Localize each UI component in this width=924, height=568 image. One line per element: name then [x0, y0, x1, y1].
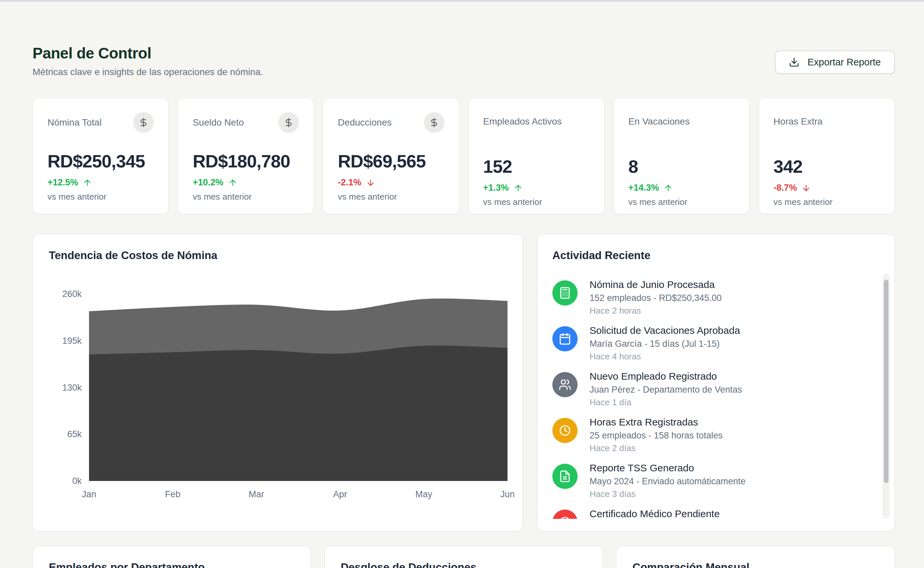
activity-item-time: Hace 4 horas	[590, 351, 740, 362]
activity-text: Reporte TSS Generado Mayo 2024 - Enviado…	[590, 462, 746, 499]
clock-icon	[553, 418, 578, 443]
activity-scrollbar-thumb[interactable]	[884, 280, 888, 483]
y-axis-tick: 65k	[67, 429, 82, 439]
x-axis-tick: Apr	[333, 489, 347, 499]
kpi-card: Horas Extra 342 -8.7% vs mes anterior	[759, 98, 895, 214]
activity-item-detail: María García - 15 días (Jul 1-15)	[590, 338, 740, 349]
y-axis-tick: 195k	[62, 336, 82, 346]
bottom-card: Desglose de Deducciones	[325, 546, 603, 568]
arrow-down-icon	[366, 178, 375, 187]
kpi-change: +14.3%	[628, 183, 735, 193]
bottom-card-title: Desglose de Deducciones	[341, 561, 587, 568]
activity-item-time: Hace 2 horas	[590, 305, 722, 316]
recent-activity-title: Actividad Reciente	[553, 249, 880, 262]
arrow-up-icon	[228, 178, 237, 187]
activity-item-detail: Juan Pérez - Departamento de Ventas	[590, 384, 742, 395]
kpi-value: RD$250,345	[47, 151, 154, 171]
page-title: Panel de Control	[33, 44, 263, 62]
export-report-button[interactable]: Exportar Reporte	[775, 50, 895, 74]
x-axis-tick: May	[415, 489, 432, 499]
activity-item-time: Hace 1 día	[590, 397, 742, 408]
recent-activity-card: Actividad Reciente Nómina de Junio Proce…	[537, 234, 895, 532]
kpi-label: En Vacaciones	[628, 116, 690, 127]
arrow-up-icon	[664, 183, 673, 193]
activity-text: Solicitud de Vacaciones Aprobada María G…	[590, 324, 740, 362]
area-series-1	[89, 346, 507, 481]
kpi-label: Sueldo Neto	[193, 117, 244, 128]
kpi-label: Horas Extra	[773, 116, 823, 127]
calendar-icon	[553, 326, 578, 351]
y-axis-tick: 0k	[72, 476, 82, 486]
kpi-row: Nómina Total RD$250,345 +12.5% vs mes an…	[33, 98, 895, 214]
bottom-row: Empleados por Departamento Desglose de D…	[33, 546, 895, 568]
payroll-trend-card: Tendencia de Costos de Nómina 0k65k130k1…	[33, 234, 523, 532]
kpi-card: En Vacaciones 8 +14.3% vs mes anterior	[613, 98, 750, 214]
kpi-change-value: +10.2%	[193, 177, 223, 188]
kpi-change-value: +14.3%	[628, 183, 659, 193]
activity-item: Solicitud de Vacaciones Aprobada María G…	[553, 324, 880, 362]
payroll-trend-chart[interactable]: 0k65k130k195k260kJanFebMarAprMayJun	[33, 234, 523, 532]
page-header-text: Panel de Control Métricas clave e insigh…	[33, 44, 263, 77]
file-text-icon	[553, 464, 578, 489]
arrow-up-icon	[83, 178, 92, 187]
kpi-compare-label: vs mes anterior	[47, 192, 154, 202]
arrow-up-icon	[513, 183, 523, 193]
kpi-value: RD$180,780	[193, 151, 299, 171]
x-axis-tick: Jun	[500, 489, 515, 499]
activity-text: Nuevo Empleado Registrado Juan Pérez - D…	[590, 370, 742, 408]
kpi-change-value: +12.5%	[47, 177, 78, 188]
kpi-change: -2.1%	[338, 177, 444, 188]
kpi-value: RD$69,565	[338, 151, 444, 171]
activity-item-detail: Mayo 2024 - Enviado automáticamente	[590, 476, 746, 487]
kpi-label: Empleados Activos	[483, 116, 562, 127]
activity-item-title: Solicitud de Vacaciones Aprobada	[590, 324, 740, 337]
kpi-compare-label: vs mes anterior	[193, 192, 299, 202]
activity-item-title: Nómina de Junio Procesada	[590, 278, 722, 291]
bottom-card: Empleados por Departamento	[33, 546, 311, 568]
kpi-change-value: -8.7%	[773, 183, 797, 193]
dashboard-page: Panel de Control Métricas clave e insigh…	[0, 0, 924, 568]
kpi-card-header: Empleados Activos	[483, 112, 590, 127]
activity-scrollbar-track[interactable]	[882, 274, 890, 519]
activity-item-time: Hace 2 días	[590, 443, 723, 453]
kpi-card-header: Deducciones	[338, 112, 444, 133]
kpi-change: +10.2%	[193, 177, 299, 188]
activity-item-title: Reporte TSS Generado	[590, 462, 746, 474]
kpi-value: 8	[628, 156, 735, 177]
x-axis-tick: Mar	[249, 489, 264, 499]
kpi-compare-label: vs mes anterior	[483, 197, 590, 207]
kpi-compare-label: vs mes anterior	[338, 192, 444, 202]
kpi-card: Deducciones RD$69,565 -2.1% vs mes anter…	[323, 98, 459, 214]
kpi-change-value: +1.3%	[483, 183, 509, 193]
activity-item: Nómina de Junio Procesada 152 empleados …	[553, 278, 880, 316]
kpi-card-header: Horas Extra	[773, 112, 880, 127]
bottom-card-title: Empleados por Departamento	[49, 561, 295, 568]
kpi-label: Nómina Total	[47, 117, 102, 128]
page-subtitle: Métricas clave e insights de las operaci…	[33, 67, 263, 77]
x-axis-tick: Feb	[165, 489, 181, 499]
kpi-change-value: -2.1%	[338, 177, 361, 188]
bottom-card: Comparación Mensual	[616, 546, 895, 568]
activity-item-time: Hace 3 días	[590, 489, 746, 499]
window-top-edge	[0, 0, 924, 2]
kpi-card-header: Nómina Total	[47, 112, 154, 133]
activity-text: Certificado Médico Pendiente	[590, 508, 720, 519]
activity-item: Certificado Médico Pendiente	[553, 508, 880, 519]
dollar-sign-icon	[424, 112, 444, 133]
activity-item-title: Horas Extra Registradas	[590, 416, 723, 429]
users-icon	[553, 372, 578, 397]
download-icon	[789, 57, 799, 67]
x-axis-tick: Jan	[82, 489, 96, 499]
kpi-compare-label: vs mes anterior	[773, 197, 880, 207]
main-row: Tendencia de Costos de Nómina 0k65k130k1…	[33, 234, 895, 532]
activity-item: Reporte TSS Generado Mayo 2024 - Enviado…	[553, 462, 880, 499]
kpi-compare-label: vs mes anterior	[628, 197, 735, 207]
activity-text: Horas Extra Registradas 25 empleados - 1…	[590, 416, 723, 453]
kpi-change: +12.5%	[47, 177, 154, 188]
dollar-sign-icon	[278, 112, 299, 133]
page-header: Panel de Control Métricas clave e insigh…	[33, 44, 895, 77]
y-axis-tick: 260k	[62, 289, 82, 299]
kpi-card: Sueldo Neto RD$180,780 +10.2% vs mes ant…	[178, 98, 314, 214]
bottom-card-title: Comparación Mensual	[633, 561, 879, 568]
kpi-change: -8.7%	[773, 183, 880, 193]
